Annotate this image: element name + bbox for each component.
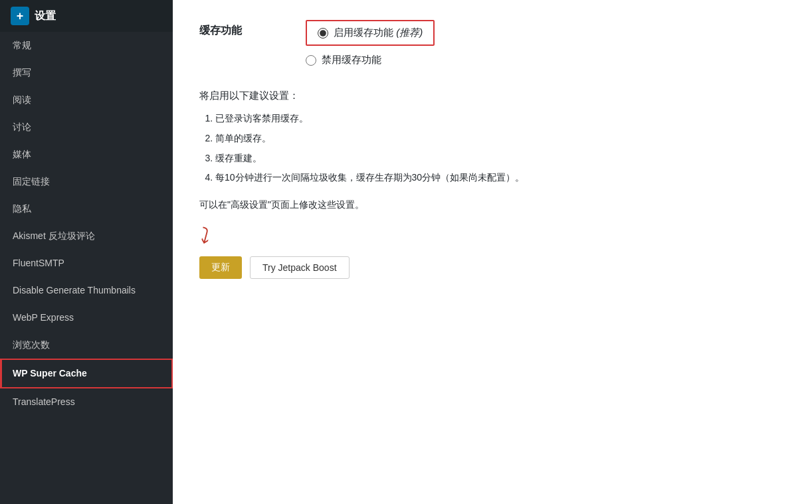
list-item: 每10分钟进行一次间隔垃圾收集，缓存生存期为30分钟（如果尚未配置）。: [215, 170, 785, 186]
button-row: 更新 Try Jetpack Boost: [199, 256, 785, 279]
list-item: 简单的缓存。: [215, 131, 785, 147]
radio-disable-option[interactable]: 禁用缓存功能: [306, 54, 435, 66]
info-block: 将启用以下建议设置： 已登录访客禁用缓存。简单的缓存。缓存重建。每10分钟进行一…: [199, 86, 785, 213]
sidebar-item-translatepress[interactable]: TranslatePress: [0, 388, 173, 416]
list-item: 缓存重建。: [215, 151, 785, 167]
sidebar-item-fluentsmtp[interactable]: FluentSMTP: [0, 250, 173, 277]
sidebar-item-permalinks[interactable]: 固定链接: [0, 168, 173, 195]
sidebar-title: 设置: [35, 9, 56, 23]
update-button[interactable]: 更新: [199, 256, 242, 279]
sidebar-item-disable-generate-thumbnails[interactable]: Disable Generate Thumbnails: [0, 277, 173, 304]
sidebar-item-general[interactable]: 常规: [0, 32, 173, 59]
recommended-settings-list: 已登录访客禁用缓存。简单的缓存。缓存重建。每10分钟进行一次间隔垃圾收集，缓存生…: [215, 111, 785, 186]
radio-enable-option[interactable]: 启用缓存功能 (推荐): [306, 20, 435, 46]
sidebar-item-writing[interactable]: 撰写: [0, 59, 173, 86]
sidebar-item-view-count[interactable]: 浏览次数: [0, 331, 173, 359]
wp-logo-icon: +: [11, 7, 29, 25]
main-content: 缓存功能 启用缓存功能 (推荐) 禁用缓存功能 将启用以下建议设置： 已登录访客…: [173, 0, 812, 504]
radio-disable-input[interactable]: [306, 55, 316, 66]
arrow-area: ⤵: [199, 229, 785, 248]
sidebar-item-reading[interactable]: 阅读: [0, 86, 173, 114]
sidebar-item-media[interactable]: 媒体: [0, 141, 173, 168]
sidebar-nav: 常规撰写阅读讨论媒体固定链接隐私Akismet 反垃圾评论FluentSMTPD…: [0, 32, 173, 416]
section-label: 缓存功能: [199, 20, 279, 38]
radio-enable-input[interactable]: [318, 28, 328, 39]
radio-enable-label: 启用缓存功能 (推荐): [334, 27, 423, 39]
red-arrow-icon: ⤵: [196, 223, 213, 250]
modify-note: 可以在"高级设置"页面上修改这些设置。: [199, 197, 785, 213]
sidebar: + 设置 常规撰写阅读讨论媒体固定链接隐私Akismet 反垃圾评论Fluent…: [0, 0, 173, 504]
sidebar-item-discussion[interactable]: 讨论: [0, 114, 173, 141]
cache-radio-group: 启用缓存功能 (推荐) 禁用缓存功能: [306, 20, 435, 66]
sidebar-item-privacy[interactable]: 隐私: [0, 195, 173, 222]
sidebar-item-webp-express[interactable]: WebP Express: [0, 304, 173, 331]
list-item: 已登录访客禁用缓存。: [215, 111, 785, 127]
sidebar-item-wp-super-cache[interactable]: WP Super Cache: [0, 359, 173, 388]
sidebar-item-akismet[interactable]: Akismet 反垃圾评论: [0, 222, 173, 250]
intro-text: 将启用以下建议设置：: [199, 86, 785, 104]
sidebar-header: + 设置: [0, 0, 173, 32]
radio-disable-label: 禁用缓存功能: [322, 54, 381, 66]
try-jetpack-boost-button[interactable]: Try Jetpack Boost: [250, 256, 350, 279]
cache-function-row: 缓存功能 启用缓存功能 (推荐) 禁用缓存功能: [199, 20, 785, 66]
